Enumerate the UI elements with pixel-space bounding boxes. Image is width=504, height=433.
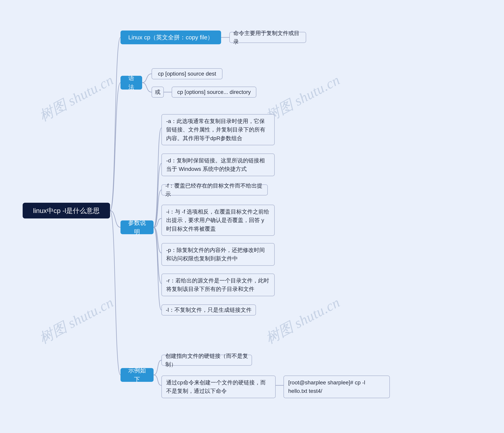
watermark: 树图 shutu.cn xyxy=(262,293,343,348)
syntax-line1: cp [options] source dest xyxy=(152,68,223,79)
branch-intro: Linux cp（英文全拼：copy file） xyxy=(120,30,221,44)
root-title: linux中cp -l是什么意思 xyxy=(33,205,100,216)
branch-intro-label: Linux cp（英文全拼：copy file） xyxy=(128,33,213,42)
param-l-text: -l：不复制文件，只是生成链接文件 xyxy=(166,306,252,314)
param-r-text: -r：若给出的源文件是一个目录文件，此时将复制该目录下所有的子目录和文件 xyxy=(166,276,270,293)
example-e2-text: 通过cp命令来创建一个文件的硬链接，而不是复制，通过以下命令 xyxy=(166,378,271,395)
watermark: 树图 shutu.cn xyxy=(36,293,117,348)
syntax-line2-text: cp [options] source... directory xyxy=(177,88,251,96)
param-f: -f：覆盖已经存在的目标文件而不给出提示 xyxy=(162,185,268,195)
param-i-text: -i：与 -f 选项相反，在覆盖目标文件之前给出提示，要求用户确认是否覆盖，回答… xyxy=(166,207,270,233)
watermark: 树图 shutu.cn xyxy=(36,71,117,125)
root-node: linux中cp -l是什么意思 xyxy=(23,203,110,219)
param-a: -a：此选项通常在复制目录时使用，它保留链接、文件属性，并复制目录下的所有内容。… xyxy=(162,114,275,145)
param-f-text: -f：覆盖已经存在的目标文件而不给出提示 xyxy=(165,181,264,199)
branch-syntax-label: 语法 xyxy=(126,74,137,92)
branch-params-label: 参数说明 xyxy=(126,218,148,237)
syntax-line2: cp [options] source... directory xyxy=(172,87,256,98)
example-cmd: [root@sharplee sharplee]# cp -l hello.tx… xyxy=(284,376,390,398)
example-cmd-text: [root@sharplee sharplee]# cp -l hello.tx… xyxy=(288,378,385,395)
param-r: -r：若给出的源文件是一个目录文件，此时将复制该目录下所有的子目录和文件 xyxy=(162,274,275,296)
example-e2: 通过cp命令来创建一个文件的硬链接，而不是复制，通过以下命令 xyxy=(162,376,276,398)
syntax-or-text: 或 xyxy=(155,88,161,96)
param-p-text: -p：除复制文件的内容外，还把修改时间和访问权限也复制到新文件中 xyxy=(166,246,270,263)
param-p: -p：除复制文件的内容外，还把修改时间和访问权限也复制到新文件中 xyxy=(162,243,275,266)
branch-example: 示例如下 xyxy=(120,368,153,382)
param-d: -d：复制时保留链接。这里所说的链接相当于 Windows 系统中的快捷方式 xyxy=(162,153,275,176)
intro-desc-text: 命令主要用于复制文件或目录 xyxy=(233,29,302,46)
syntax-or: 或 xyxy=(152,87,164,98)
param-d-text: -d：复制时保留链接。这里所说的链接相当于 Windows 系统中的快捷方式 xyxy=(166,156,270,173)
example-e1-text: 创建指向文件的硬链接（而不是复制） xyxy=(165,352,248,369)
syntax-line1-text: cp [options] source dest xyxy=(158,70,216,78)
param-a-text: -a：此选项通常在复制目录时使用，它保留链接、文件属性，并复制目录下的所有内容。… xyxy=(166,117,270,142)
intro-desc: 命令主要用于复制文件或目录 xyxy=(229,32,306,43)
branch-syntax: 语法 xyxy=(120,76,142,89)
branch-params: 参数说明 xyxy=(120,221,153,234)
param-i: -i：与 -f 选项相反，在覆盖目标文件之前给出提示，要求用户确认是否覆盖，回答… xyxy=(162,205,275,236)
example-e1: 创建指向文件的硬链接（而不是复制） xyxy=(162,355,252,366)
branch-example-label: 示例如下 xyxy=(126,366,148,384)
param-l: -l：不复制文件，只是生成链接文件 xyxy=(162,304,256,316)
